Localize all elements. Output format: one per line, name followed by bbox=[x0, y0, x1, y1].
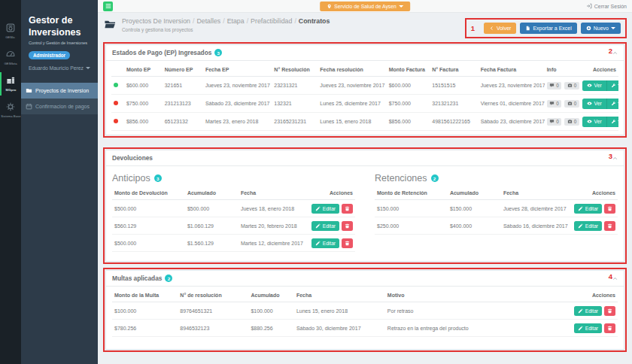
ver-button[interactable]: Ver bbox=[582, 80, 607, 91]
app-box-icon bbox=[5, 23, 16, 33]
new-button[interactable]: Nuevo bbox=[581, 23, 621, 34]
cell-fecha-ep: Jueves 23, noviembre 2017 bbox=[203, 77, 272, 95]
collapse-panel-button[interactable] bbox=[612, 276, 618, 281]
editar-button[interactable]: Editar bbox=[574, 221, 602, 231]
rail-item-sistema-base[interactable]: Sistema Base bbox=[0, 97, 21, 123]
cell-acciones: Editar bbox=[306, 200, 355, 217]
anticipos-section: Anticipos 3 Monto de Devolución Acumulad… bbox=[112, 166, 355, 252]
trash-icon bbox=[607, 206, 612, 211]
editar-button[interactable]: Editar bbox=[574, 323, 602, 333]
cell-fecha-factura: Sábado 23, diciembre 2017 bbox=[479, 113, 545, 131]
rail-item-sigpro[interactable]: SIGpro bbox=[0, 71, 21, 97]
caret-down-icon bbox=[618, 84, 618, 86]
rail-item-label: SIGpro bbox=[5, 87, 16, 91]
column-header: Fecha EP bbox=[203, 63, 272, 77]
column-header: Acumulado bbox=[448, 187, 501, 200]
rail-item-geslic[interactable]: GESlic bbox=[0, 18, 21, 44]
retenciones-table: Monto de Retención Acumulado Fecha Accio… bbox=[375, 187, 618, 235]
trash-icon bbox=[345, 223, 350, 229]
cell-acumulado: $400.000 bbox=[448, 217, 501, 235]
editar-button[interactable]: Editar bbox=[574, 306, 602, 316]
map-marker-icon bbox=[327, 4, 332, 9]
breadcrumb-separator: / bbox=[247, 17, 248, 25]
trash-icon bbox=[607, 308, 612, 314]
delete-button[interactable] bbox=[342, 221, 353, 231]
editar-button[interactable]: Editar bbox=[311, 238, 339, 248]
editar-button[interactable]: Editar bbox=[311, 204, 339, 214]
breadcrumb-item[interactable]: Detalles bbox=[196, 17, 220, 25]
photos-count-badge[interactable]: 0 bbox=[564, 82, 579, 89]
status-dot bbox=[114, 101, 118, 105]
photos-count: 0 bbox=[574, 83, 577, 88]
ver-button[interactable]: Ver bbox=[582, 99, 607, 109]
panel-header: Estados de Pago (EP) Ingresados 3 bbox=[106, 45, 624, 61]
sidebar-header: Gestor de Inversiones Control y Gestión … bbox=[21, 0, 98, 71]
cell-acumulado: $880.256 bbox=[248, 320, 293, 337]
anticipos-table: Monto de Devolución Acumulado Fecha Acci… bbox=[112, 187, 355, 252]
delete-button[interactable] bbox=[604, 221, 615, 231]
cell-monto: $560.129 bbox=[112, 217, 185, 235]
cell-n-resolucion: 8946532123 bbox=[178, 320, 248, 337]
back-button[interactable]: Volver bbox=[484, 23, 516, 34]
ver-button[interactable]: Ver bbox=[582, 117, 607, 127]
cell-n-resolucion: 23231321 bbox=[272, 77, 318, 95]
logout-button[interactable]: Cerrar Sesión bbox=[586, 3, 627, 9]
panel-title: Multas aplicadas bbox=[112, 275, 162, 282]
comments-count-badge[interactable]: 0 bbox=[547, 118, 562, 126]
annotation-box-3: 3 Devoluciones Anticipos 3 bbox=[103, 147, 627, 264]
main-content: Proyectos De Inversion/Detalles/Etapa/Pr… bbox=[98, 13, 632, 364]
sidebar-item-confirmacion[interactable]: Confirmacion de pagos bbox=[21, 99, 98, 114]
chevron-left-icon bbox=[489, 26, 494, 31]
collapse-panel-button[interactable] bbox=[612, 50, 618, 56]
folder-icon bbox=[26, 87, 32, 94]
breadcrumb-item[interactable]: Proyectos De Inversion bbox=[122, 17, 190, 25]
row-tools-button[interactable] bbox=[607, 80, 618, 91]
comments-count-badge[interactable]: 0 bbox=[547, 82, 562, 89]
editar-button[interactable]: Editar bbox=[311, 221, 339, 231]
edit-icon bbox=[315, 223, 321, 229]
breadcrumb-item[interactable]: Prefactibilidad bbox=[251, 17, 292, 25]
column-header: Acciones bbox=[580, 63, 618, 77]
breadcrumb-item[interactable]: Etapa bbox=[227, 17, 245, 25]
trash-icon bbox=[345, 241, 350, 246]
row-tools-button[interactable] bbox=[607, 99, 618, 109]
row-tools-button[interactable] bbox=[607, 117, 618, 127]
delete-button[interactable] bbox=[604, 306, 615, 316]
sidebar: Gestor de Inversiones Control y Gestión … bbox=[21, 0, 98, 364]
caret-down-icon bbox=[611, 27, 615, 29]
column-header: Acciones bbox=[552, 289, 618, 302]
caret-down-icon bbox=[399, 5, 403, 8]
retenciones-title: Retenciones bbox=[375, 173, 427, 184]
collapse-panel-button[interactable] bbox=[612, 156, 618, 161]
app-title: Gestor de Inversiones bbox=[29, 15, 90, 38]
rail-item-gesflota[interactable]: GESflota bbox=[0, 44, 21, 71]
cell-fecha: Jueves 18, enero 2018 bbox=[239, 200, 306, 217]
photos-count-badge[interactable]: 0 bbox=[564, 118, 579, 126]
breadcrumb-separator: / bbox=[223, 17, 224, 25]
chevron-up-icon bbox=[612, 276, 618, 281]
editar-button[interactable]: Editar bbox=[574, 204, 602, 214]
photos-count-badge[interactable]: 0 bbox=[564, 100, 579, 108]
comments-count-badge[interactable]: 0 bbox=[547, 100, 562, 108]
delete-button[interactable] bbox=[342, 204, 353, 214]
breadcrumb: Proyectos De Inversion/Detalles/Etapa/Pr… bbox=[103, 17, 330, 32]
menu-toggle-button[interactable] bbox=[103, 2, 113, 11]
delete-button[interactable] bbox=[342, 238, 353, 248]
cell-fecha-factura: Jueves 23, noviembre 2017 bbox=[479, 77, 545, 95]
eye-icon bbox=[587, 83, 592, 88]
annotation-box-1: 1 Volver Exportar a Excel Nuevo bbox=[465, 18, 627, 38]
export-excel-button[interactable]: Exportar a Excel bbox=[520, 23, 576, 34]
delete-button[interactable] bbox=[604, 323, 615, 333]
edit-icon bbox=[578, 223, 583, 229]
sidebar-item-proyectos[interactable]: Proyectos de Inversion bbox=[21, 83, 98, 99]
comments-count: 0 bbox=[556, 101, 559, 106]
delete-button[interactable] bbox=[604, 204, 615, 214]
user-menu[interactable]: Eduardo Mauricio Perez bbox=[29, 65, 90, 71]
panel-title: Estados de Pago (EP) Ingresados bbox=[112, 49, 211, 56]
annotation-number: 3 bbox=[609, 152, 612, 160]
column-header: Fecha bbox=[239, 187, 306, 200]
column-header: Fecha bbox=[501, 187, 569, 200]
back-button-label: Volver bbox=[497, 26, 511, 31]
service-selector-button[interactable]: Servicio de Salud de Aysen bbox=[320, 2, 410, 11]
cell-monto: $500.000 bbox=[112, 200, 185, 217]
